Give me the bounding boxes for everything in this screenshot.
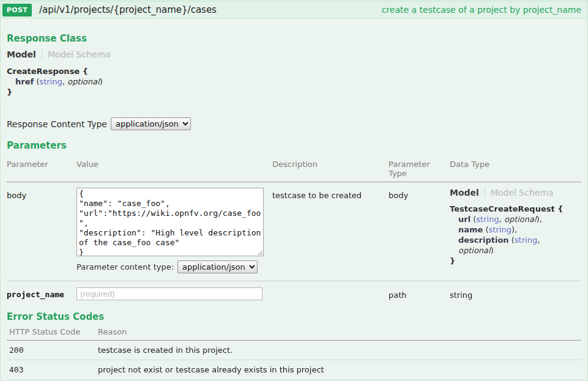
param-type: path — [389, 287, 450, 300]
signature-close-brace: } — [450, 256, 576, 266]
operation-heading: POST /api/v1/projects/{project_name}/cas… — [1, 1, 587, 18]
response-class-title: Response Class — [7, 33, 581, 44]
parameter-row-body: body { "name": "case_foo", "url":"https:… — [7, 182, 581, 273]
col-value: Value — [76, 160, 272, 178]
signature-class-name: CreateResponse { — [7, 66, 581, 76]
signature-property: name (string), — [450, 224, 576, 235]
col-http-status-code: HTTP Status Code — [7, 327, 95, 336]
operation-content: Response Class Model Model Schema Create… — [1, 33, 587, 381]
tab-model-schema[interactable]: Model Schema — [42, 50, 111, 59]
endpoint-path-link[interactable]: /api/v1/projects/{project_name}/cases — [39, 4, 217, 15]
signature-close-brace: } — [7, 87, 581, 97]
errors-table-header: HTTP Status Code Reason — [7, 327, 581, 341]
http-method-badge: POST — [2, 4, 32, 17]
error-status-codes-title: Error Status Codes — [7, 311, 581, 322]
operation-panel: POST /api/v1/projects/{project_name}/cas… — [0, 0, 588, 381]
col-description: Description — [272, 160, 389, 178]
error-row: 200 testcase is created in this project. — [7, 341, 581, 360]
parameters-table-header: Parameter Value Description Parameter Ty… — [7, 160, 581, 182]
response-content-type-select[interactable]: application/json — [111, 117, 191, 130]
col-parameter: Parameter — [7, 160, 76, 178]
parameter-content-type-select[interactable]: application/json — [177, 261, 258, 273]
parameter-content-type-row: Parameter content type: application/json — [76, 261, 267, 273]
request-model-tabs: Model Model Schema — [450, 188, 576, 198]
param-value-cell: { "name": "case_foo", "url":"https://wik… — [76, 188, 272, 273]
tab-model[interactable]: Model — [7, 50, 36, 59]
signature-property: url (string, optional), — [450, 214, 576, 224]
project-name-input[interactable] — [76, 287, 262, 300]
param-data-type-cell: Model Model Schema TestcaseCreateRequest… — [450, 188, 581, 273]
param-type: body — [389, 188, 450, 273]
param-name-body: body — [7, 188, 76, 273]
col-parameter-type: Parameter Type — [389, 160, 450, 178]
col-reason: Reason — [95, 327, 581, 336]
response-model-tabs: Model Model Schema — [7, 50, 581, 59]
tab-model[interactable]: Model — [450, 188, 479, 198]
tab-model-schema[interactable]: Model Schema — [485, 188, 554, 198]
signature-property: description (string, optional) — [450, 235, 576, 256]
parameters-title: Parameters — [7, 140, 581, 151]
response-content-type-label: Response Content Type — [7, 119, 107, 129]
error-row: 403 project not exist or testcase alread… — [7, 360, 581, 380]
param-name-project-name: project_name — [7, 287, 76, 300]
param-value-cell — [76, 287, 272, 300]
error-code: 403 — [7, 360, 95, 379]
col-data-type: Data Type — [450, 160, 581, 178]
error-reason: project not exist or testcase already ex… — [95, 360, 581, 379]
request-signature: TestcaseCreateRequest { url (string, opt… — [450, 204, 576, 266]
response-class-signature: CreateResponse { href (string, optional)… — [7, 66, 581, 97]
operation-summary-link[interactable]: create a testcase of a project by projec… — [382, 5, 581, 15]
param-description — [272, 287, 389, 300]
body-json-textarea[interactable]: { "name": "case_foo", "url":"https://wik… — [76, 188, 264, 256]
param-data-type: string — [450, 287, 581, 300]
param-description: testcase to be created — [272, 188, 389, 273]
parameter-row-project-name: project_name path string — [7, 281, 581, 303]
error-code: 200 — [7, 341, 95, 360]
response-content-type-row: Response Content Type application/json — [7, 117, 581, 130]
signature-property: href (string, optional) — [7, 76, 581, 87]
parameter-content-type-label: Parameter content type: — [76, 262, 174, 272]
error-reason: testcase is created in this project. — [95, 341, 581, 360]
signature-class-name: TestcaseCreateRequest { — [450, 204, 576, 214]
